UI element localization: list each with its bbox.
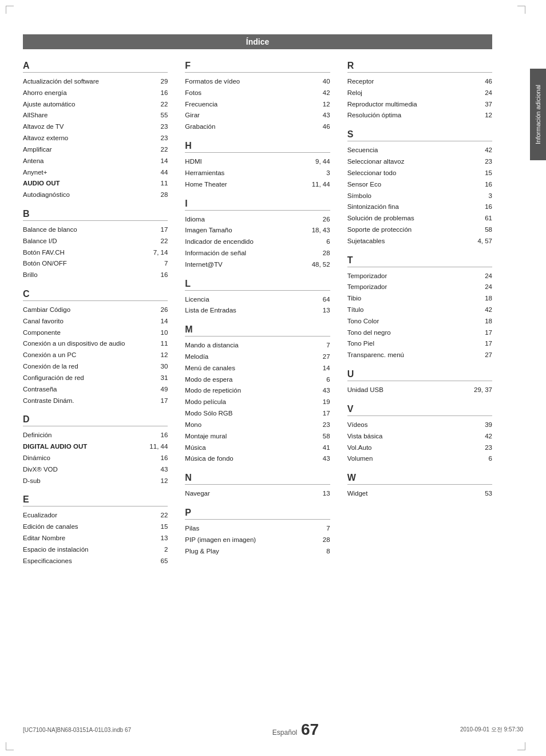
title-bar: Índice [23, 34, 492, 49]
list-item: Conexión a un PC12 [23, 350, 168, 361]
entry-name: Volumen [347, 454, 472, 464]
entry-page: 10 [148, 328, 168, 338]
entry-page: 17 [310, 409, 330, 419]
list-item: DivX® VOD43 [23, 464, 168, 476]
footer-right: 2010-09-01 오전 9:57:30 [460, 726, 523, 734]
list-item: Indicador de encendido6 [185, 236, 330, 248]
entry-page: 43 [310, 386, 330, 396]
entry-name: Contraste Dinám. [23, 396, 148, 406]
entry-page: 17 [472, 339, 492, 349]
entry-name: Información de señal [185, 248, 310, 259]
entry-page: 7 [310, 524, 330, 534]
entry-page: 23 [148, 122, 168, 132]
list-item: Componente10 [23, 327, 168, 339]
list-item: HDMI9, 44 [185, 156, 330, 168]
entry-page: 17 [472, 328, 492, 338]
entry-name: Vista básica [347, 432, 472, 442]
list-item: Tono Color18 [347, 316, 492, 327]
entry-page: 15 [472, 168, 492, 179]
section-0-2: CCambiar Código26Canal favorito14Compone… [23, 289, 168, 406]
entry-name: Soporte de protección [347, 225, 472, 235]
section-letter-P: P [185, 508, 330, 520]
section-letter-F: F [185, 61, 330, 73]
list-item: Altavoz de TV23 [23, 121, 168, 133]
section-letter-A: A [23, 61, 168, 73]
list-item: Ahorro energía16 [23, 88, 168, 99]
entry-name: Mando a distancia [185, 341, 310, 351]
entry-page: 3 [310, 168, 330, 179]
list-item: Seleccionar todo15 [347, 168, 492, 179]
list-item: AllShare55 [23, 110, 168, 121]
entry-name: Menú de canales [185, 363, 310, 374]
footer-left: [UC7100-NA]BN68-03151A-01L03.indb 67 [23, 727, 131, 733]
entry-page: 16 [472, 202, 492, 212]
entry-page: 18 [472, 294, 492, 304]
entry-name: Título [347, 305, 472, 315]
entry-name: Conexión a un PC [23, 350, 148, 361]
list-item: Vídeos39 [347, 419, 492, 431]
entry-name: Balance de blanco [23, 225, 148, 235]
entry-page: 24 [472, 88, 492, 98]
entry-name: Altavoz externo [23, 133, 148, 144]
list-item: Autodiagnóstico28 [23, 189, 168, 201]
list-item: Información de señal28 [185, 248, 330, 259]
entry-name: Balance I/D [23, 236, 148, 247]
entry-name: Navegar [185, 489, 310, 499]
entry-name: AllShare [23, 110, 148, 121]
entry-name: Fotos [185, 88, 310, 98]
entry-page: 28 [310, 248, 330, 259]
list-item: Sujetacables4, 57 [347, 236, 492, 247]
list-item: Balance de blanco17 [23, 224, 168, 236]
list-item: Solución de problemas61 [347, 213, 492, 224]
footer-lang: Español 67 [272, 721, 319, 739]
entry-name: Internet@TV [185, 260, 310, 270]
list-item: Vista básica42 [347, 431, 492, 442]
section-2-1: SSecuencia42Seleccionar altavoz23Selecci… [347, 129, 492, 247]
entry-page: 28 [310, 535, 330, 545]
list-item: Editar Nombre13 [23, 533, 168, 544]
entry-page: 27 [472, 350, 492, 361]
entry-page: 43 [310, 110, 330, 121]
entry-name: AUDIO OUT [23, 179, 148, 189]
corner-br [517, 742, 525, 750]
section-letter-N: N [185, 473, 330, 485]
entry-page: 28 [148, 190, 168, 200]
list-item: Música41 [185, 442, 330, 454]
list-item: Lista de Entradas13 [185, 305, 330, 316]
entry-page: 30 [148, 362, 168, 372]
entry-page: 14 [310, 363, 330, 374]
entry-name: Melodía [185, 352, 310, 362]
section-letter-C: C [23, 289, 168, 301]
entry-page: 6 [310, 375, 330, 385]
entry-page: 42 [472, 305, 492, 315]
entry-page: 7 [148, 259, 168, 269]
entry-name: Temporizador [347, 271, 472, 282]
entry-name: Editar Nombre [23, 533, 148, 544]
list-item: Actualización del software29 [23, 76, 168, 88]
entry-name: Home Theater [185, 180, 310, 190]
entry-name: Transparenc. menú [347, 350, 472, 361]
section-letter-T: T [347, 255, 492, 267]
list-item: Soporte de protección58 [347, 224, 492, 236]
side-tab-label: Información adicional [535, 85, 541, 144]
entry-name: Resolución óptima [347, 110, 472, 121]
entry-page: 19 [310, 397, 330, 407]
entry-page: 13 [148, 533, 168, 544]
entry-name: Ahorro energía [23, 88, 148, 98]
entry-page: 8 [310, 547, 330, 557]
list-item: Tibio18 [347, 293, 492, 304]
entry-page: 44 [148, 168, 168, 178]
entry-page: 23 [472, 157, 492, 167]
list-item: Home Theater11, 44 [185, 179, 330, 191]
entry-name: Plug & Play [185, 547, 310, 557]
entry-page: 24 [472, 271, 492, 282]
list-item: Configuración de red31 [23, 373, 168, 384]
entry-name: Vol.Auto [347, 443, 472, 453]
entry-page: 12 [472, 110, 492, 121]
list-item: Modo de espera6 [185, 374, 330, 386]
list-item: Plug & Play8 [185, 546, 330, 557]
entry-name: Modo película [185, 397, 310, 407]
list-item: Internet@TV48, 52 [185, 259, 330, 271]
entry-page: 48, 52 [310, 260, 330, 270]
corner-tl [6, 6, 14, 14]
